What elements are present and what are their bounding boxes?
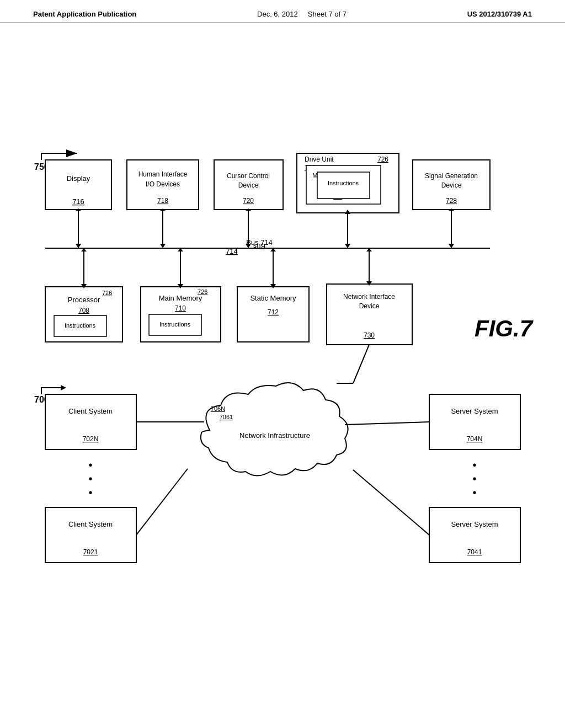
svg-text:Display: Display	[67, 174, 90, 183]
svg-text:Human Interface: Human Interface	[138, 170, 188, 178]
svg-text:706N: 706N	[211, 405, 225, 412]
svg-text:Instructions: Instructions	[65, 322, 96, 329]
fig-label: FIG.7	[475, 315, 534, 341]
svg-text:Device: Device	[238, 181, 259, 189]
svg-text:Network Interface: Network Interface	[343, 293, 395, 301]
svg-text:Static Memory: Static Memory	[250, 294, 296, 302]
svg-text:728: 728	[446, 197, 457, 205]
header-right: US 2012/310739 A1	[467, 10, 532, 18]
svg-marker-52	[61, 385, 66, 390]
svg-text:704N: 704N	[467, 435, 483, 443]
svg-text:718: 718	[157, 197, 168, 205]
svg-text:Drive Unit: Drive Unit	[305, 156, 334, 163]
svg-text:7061: 7061	[220, 414, 233, 420]
diagram-svg: 750 Display 716 Human Interface I/O Devi…	[0, 58, 565, 728]
client-bot-cloud-line	[136, 469, 188, 535]
svg-text:710: 710	[175, 304, 186, 312]
svg-marker-21	[76, 244, 81, 248]
svg-text:•: •	[88, 459, 92, 471]
svg-text:708: 708	[78, 307, 89, 314]
svg-text:714: 714	[226, 247, 238, 255]
svg-text:720: 720	[243, 197, 254, 205]
svg-text:7041: 7041	[467, 548, 482, 556]
svg-text:Processor: Processor	[68, 296, 100, 304]
svg-text:•: •	[472, 473, 476, 485]
svg-text:Server System: Server System	[451, 407, 498, 415]
netif-network-line1	[353, 345, 369, 383]
svg-marker-29	[449, 244, 454, 248]
svg-text:Main Memory: Main Memory	[159, 294, 202, 302]
svg-text:Client System: Client System	[68, 407, 113, 415]
page-header: Patent Application Publication Dec. 6, 2…	[0, 0, 565, 23]
network-cloud: Network Infrastructure 706N 7061	[201, 383, 348, 475]
svg-text:Server System: Server System	[451, 520, 498, 528]
svg-text:712: 712	[268, 308, 279, 316]
svg-text:•: •	[472, 459, 476, 471]
svg-text:7021: 7021	[83, 548, 98, 556]
svg-text:Network Infrastructure: Network Infrastructure	[239, 431, 310, 440]
svg-marker-27	[345, 244, 350, 248]
svg-text:702N: 702N	[83, 435, 99, 443]
page: Patent Application Publication Dec. 6, 2…	[0, 0, 565, 728]
svg-text:730: 730	[364, 331, 375, 339]
svg-text:Device: Device	[359, 302, 380, 310]
svg-text:Signal Generation: Signal Generation	[425, 172, 478, 180]
svg-text:Client System: Client System	[68, 520, 113, 528]
svg-text:Bus 714: Bus 714	[246, 238, 273, 247]
svg-text:•: •	[88, 486, 92, 499]
svg-text:Instructions: Instructions	[328, 180, 359, 186]
svg-text:Instructions: Instructions	[159, 321, 191, 328]
svg-text:Cursor Control: Cursor Control	[227, 172, 270, 180]
svg-marker-23	[160, 244, 166, 248]
svg-text:I/O Devices: I/O Devices	[146, 180, 180, 188]
header-left: Patent Application Publication	[33, 10, 136, 18]
svg-text:716: 716	[72, 197, 84, 206]
svg-text:726: 726	[198, 288, 207, 295]
svg-text:•: •	[472, 486, 476, 499]
header-center: Dec. 6, 2012 Sheet 7 of 7	[257, 10, 347, 18]
svg-text:726: 726	[377, 156, 388, 163]
svg-text:726: 726	[102, 290, 112, 296]
server-top-cloud-line	[345, 422, 429, 425]
svg-text:Device: Device	[441, 181, 462, 189]
server-bot-cloud-line	[353, 470, 429, 535]
svg-text:•: •	[88, 473, 92, 485]
